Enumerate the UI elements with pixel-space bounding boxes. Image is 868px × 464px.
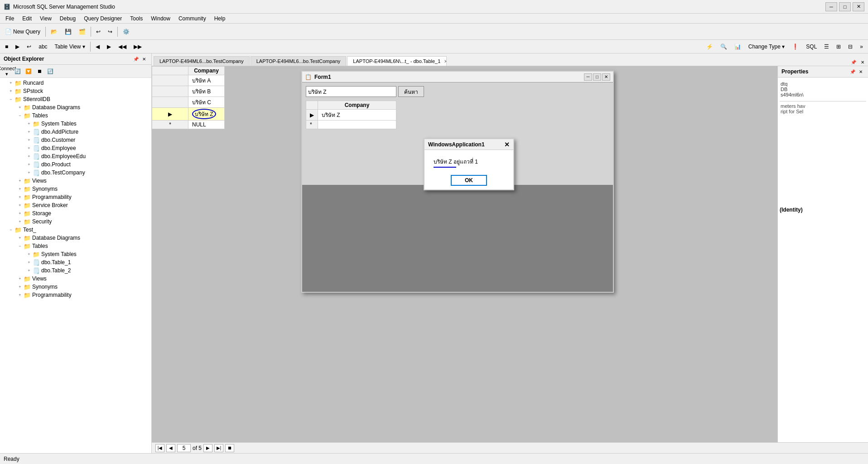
form1-maximize-button[interactable]: □	[593, 73, 601, 81]
menu-window[interactable]: Window	[147, 14, 174, 23]
tree-item-runcard[interactable]: + 📁 Runcard	[0, 79, 151, 87]
tb2-btn1[interactable]: ■	[2, 40, 11, 53]
tree-item-addpicture[interactable]: + 🗒️ dbo.AddPicture	[0, 128, 151, 136]
menu-help[interactable]: Help	[211, 14, 229, 23]
new-query-button[interactable]: 📄 New Query	[2, 25, 43, 38]
oe-sync-button[interactable]: 🔃	[45, 66, 55, 76]
tree-item-spstock[interactable]: + 📁 SPstock	[0, 87, 151, 95]
tree-item-test-tables[interactable]: − 📁 Tables	[0, 242, 151, 250]
close-app-button[interactable]: ✕	[853, 2, 864, 11]
cell-company-4[interactable]: บริษัท Z	[188, 108, 225, 121]
menu-tools[interactable]: Tools	[126, 14, 146, 23]
tree-item-stlenrolldb[interactable]: − 📁 StlenrollDB	[0, 95, 151, 103]
form1-minimize-button[interactable]: ─	[584, 73, 592, 81]
oe-connect-button[interactable]: Connect ▾	[2, 66, 12, 76]
tree-item-programmability[interactable]: + 📁 Programmability	[0, 193, 151, 201]
menu-file[interactable]: File	[2, 14, 18, 23]
tree-item-customer[interactable]: + 🗒️ dbo.Customer	[0, 136, 151, 144]
tb2-sql[interactable]: SQL	[803, 40, 820, 53]
tb2-btn8[interactable]: ▶▶	[130, 40, 145, 53]
tb2-exclaim[interactable]: ❗	[789, 40, 802, 53]
tb2-btn6[interactable]: ▶	[104, 40, 114, 53]
tree-item-product[interactable]: + 🗒️ dbo.Product	[0, 160, 151, 169]
oe-pin-button[interactable]: 📌	[132, 55, 140, 63]
props-pin-button[interactable]: 📌	[849, 68, 856, 75]
tree-item-test-table1[interactable]: + 🗒️ dbo.Table_1	[0, 258, 151, 266]
tb2-btn10[interactable]: 🔍	[717, 40, 730, 53]
tabs-close-button[interactable]: ✕	[859, 58, 866, 66]
toolbar-redo-button[interactable]: ↪	[105, 25, 116, 38]
menu-query-designer[interactable]: Query Designer	[80, 14, 125, 23]
tree-item-db-diagrams[interactable]: + 📁 Database Diagrams	[0, 103, 151, 111]
oe-refresh-button[interactable]: 🔄	[13, 66, 23, 76]
menu-debug[interactable]: Debug	[56, 14, 79, 23]
tree-item-views[interactable]: + 📁 Views	[0, 177, 151, 185]
form-cell-company-1[interactable]: บริษัท Z	[318, 110, 396, 121]
cell-company-2[interactable]: บริษัท B	[188, 86, 225, 97]
page-number-input[interactable]	[177, 444, 191, 452]
tb2-btn2[interactable]: ▶	[12, 40, 23, 53]
props-close-button[interactable]: ✕	[857, 68, 864, 75]
toolbar-undo-button[interactable]: ↩	[93, 25, 104, 38]
tab-3[interactable]: LAPTOP-E494ML6N\...t_ - dbo.Table_1 ✕	[347, 56, 447, 66]
tree-item-employeeedu[interactable]: + 🗒️ dbo.EmployeeEdu	[0, 152, 151, 160]
tb2-grid[interactable]: ⊟	[845, 40, 856, 53]
tb2-list[interactable]: ☰	[821, 40, 832, 53]
tb2-btn11[interactable]: 📊	[731, 40, 744, 53]
cell-company-5[interactable]: NULL	[188, 121, 225, 129]
tree-item-testcompany[interactable]: + 🗒️ dbo.TestCompany	[0, 169, 151, 177]
minimize-button[interactable]: ─	[825, 2, 837, 11]
tree-item-test-table2[interactable]: + 🗒️ dbo.Table_2	[0, 266, 151, 275]
tree-item-test[interactable]: − 📁 Test_	[0, 226, 151, 234]
search-button[interactable]: ค้นหา	[398, 86, 424, 97]
form1-close-button[interactable]: ✕	[602, 73, 610, 81]
cell-company-3[interactable]: บริษัท C	[188, 97, 225, 108]
tb2-btn5[interactable]: ◀	[92, 40, 103, 53]
tab-1[interactable]: LAPTOP-E494ML6...bo.TestCompany	[154, 56, 250, 66]
change-type-button[interactable]: Change Type ▾	[745, 40, 788, 53]
tree-item-test-synonyms[interactable]: + 📁 Synonyms	[0, 283, 151, 291]
tree-item-test-db-diagrams[interactable]: + 📁 Database Diagrams	[0, 234, 151, 242]
table-view-button[interactable]: Table View ▾	[52, 40, 88, 53]
tree-item-tables[interactable]: − 📁 Tables	[0, 111, 151, 120]
page-first-button[interactable]: |◀	[155, 444, 164, 452]
oe-stop-button[interactable]: ⏹	[34, 66, 44, 76]
tb2-btn7[interactable]: ◀◀	[115, 40, 130, 53]
oe-close-button[interactable]: ✕	[140, 55, 148, 63]
oe-filter-button[interactable]: 🔽	[24, 66, 34, 76]
tree-item-test-programmability[interactable]: + 📁 Programmability	[0, 291, 151, 299]
menu-edit[interactable]: Edit	[19, 14, 35, 23]
tree-item-security[interactable]: + 📁 Security	[0, 218, 151, 226]
menu-community[interactable]: Community	[175, 14, 210, 23]
msgbox-close-icon[interactable]: ✕	[504, 141, 510, 148]
page-stop-button[interactable]: ⏹	[225, 444, 234, 452]
tree-item-test-views[interactable]: + 📁 Views	[0, 275, 151, 283]
toolbar-save-button[interactable]: 💾	[62, 25, 75, 38]
tree-item-service-broker[interactable]: + 📁 Service Broker	[0, 201, 151, 209]
page-next-button[interactable]: ▶	[203, 444, 212, 452]
tree-item-employee[interactable]: + 🗒️ dbo.Employee	[0, 144, 151, 152]
toolbar-open-button[interactable]: 📂	[48, 25, 61, 38]
tb2-table[interactable]: ⊞	[833, 40, 844, 53]
maximize-button[interactable]: □	[839, 2, 851, 11]
toolbar-save-all-button[interactable]: 🗂️	[76, 25, 89, 38]
tb2-more[interactable]: »	[857, 40, 866, 53]
tree-item-storage[interactable]: + 📁 Storage	[0, 209, 151, 218]
page-last-button[interactable]: ▶|	[214, 444, 223, 452]
tree-item-system-tables[interactable]: + 📁 System Tables	[0, 120, 151, 128]
tabs-pin-button[interactable]: 📌	[850, 58, 857, 66]
tb2-btn3[interactable]: ↩	[24, 40, 34, 53]
tab-3-close-icon[interactable]: ✕	[444, 59, 447, 64]
page-prev-button[interactable]: ◀	[166, 444, 175, 452]
form-cell-company-2[interactable]	[318, 121, 396, 129]
tb2-btn9[interactable]: ⚡	[703, 40, 716, 53]
tree-item-synonyms[interactable]: + 📁 Synonyms	[0, 185, 151, 193]
toolbar-misc-1[interactable]: ⚙️	[120, 25, 133, 38]
tb2-btn4[interactable]: abc	[35, 40, 50, 53]
search-input[interactable]	[306, 86, 396, 97]
cell-company-1[interactable]: บริษัท A	[188, 75, 225, 86]
msgbox-ok-button[interactable]: OK	[451, 175, 487, 186]
tree-item-test-system-tables[interactable]: + 📁 System Tables	[0, 250, 151, 258]
tab-2[interactable]: LAPTOP-E494ML6...bo.TestCompany	[251, 56, 347, 66]
menu-view[interactable]: View	[36, 14, 55, 23]
